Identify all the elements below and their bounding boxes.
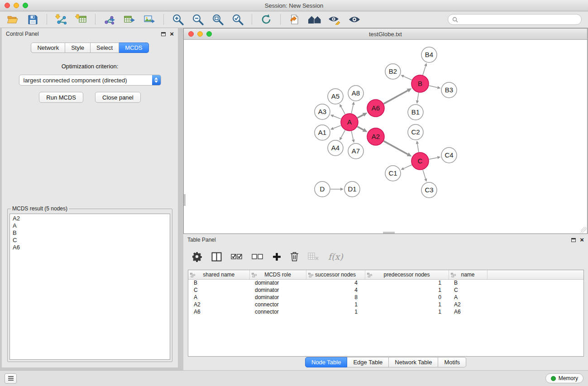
table-cell[interactable]: dominator [249, 286, 306, 294]
search-box[interactable] [448, 14, 582, 25]
table-cell[interactable]: connector [249, 301, 306, 308]
close-window-button[interactable] [5, 3, 10, 8]
float-panel-icon[interactable] [161, 32, 166, 36]
zoom-fit-button[interactable] [210, 13, 226, 27]
table-row[interactable]: Cdominator41C [188, 286, 583, 294]
horizontal-scrollbar[interactable] [383, 232, 395, 234]
table-cell[interactable]: dominator [249, 279, 306, 286]
column-header[interactable]: MCDS role [249, 270, 306, 279]
export-image-button[interactable] [141, 13, 158, 27]
graph-edge-C-C1[interactable] [404, 165, 412, 168]
show-columns-button[interactable] [211, 252, 222, 262]
table-cell[interactable]: 0 [365, 294, 449, 301]
network-canvas[interactable]: AA1A2A3A4A5A6A7A8BB1B2B3B4CC1C2C3C4DD1 [184, 40, 587, 234]
run-mcds-button[interactable]: Run MCDS [39, 92, 83, 103]
search-input[interactable] [460, 16, 577, 23]
table-cell[interactable]: B [188, 279, 249, 286]
table-cell[interactable]: 1 [306, 301, 365, 308]
table-cell[interactable]: 1 [306, 308, 365, 315]
apply-layout-button[interactable] [258, 13, 274, 27]
graph-edge-A2-C[interactable] [384, 141, 408, 154]
mcds-result-list[interactable]: A2ABCA6 [10, 214, 170, 360]
fullscreen-window-button[interactable] [206, 31, 212, 37]
open-session-button[interactable] [5, 13, 21, 27]
tab-select[interactable]: Select [91, 43, 119, 53]
mcds-result-item[interactable]: C [13, 237, 167, 244]
graph-edge-B-B3[interactable] [429, 86, 438, 87]
zoom-out-button[interactable] [190, 13, 206, 27]
optimization-criterion-select[interactable]: largest connected component (directed) [19, 75, 161, 86]
table-cell[interactable]: A2 [449, 301, 487, 308]
column-header[interactable]: successor nodes [306, 270, 365, 279]
table-cell[interactable]: C [449, 286, 487, 294]
tab-mcds[interactable]: MCDS [119, 43, 148, 53]
memory-button[interactable]: Memory [545, 373, 583, 383]
minimize-window-button[interactable] [14, 3, 19, 8]
graph-edge-C-C2[interactable] [417, 144, 419, 152]
resize-grip-icon[interactable] [581, 227, 587, 233]
delete-column-button[interactable] [290, 252, 299, 262]
graph-edge-A-A8[interactable] [351, 105, 353, 113]
table-row[interactable]: A2connector11A2 [188, 301, 583, 308]
table-cell[interactable]: A6 [449, 308, 487, 315]
mcds-result-item[interactable]: A6 [13, 244, 167, 251]
graph-edge-A-A6[interactable] [358, 115, 363, 118]
tab-style[interactable]: Style [65, 43, 91, 53]
tab-node-table[interactable]: Node Table [305, 357, 348, 367]
table-cell[interactable]: 1 [365, 286, 449, 294]
table-row[interactable]: A6connector11A6 [188, 308, 583, 315]
close-mcds-panel-button[interactable]: Close panel [95, 92, 141, 103]
zoom-in-button[interactable] [170, 13, 186, 27]
table-cell[interactable]: B [449, 279, 487, 286]
graph-edge-A6-B[interactable] [384, 91, 408, 104]
graph-edge-C-C3[interactable] [423, 170, 425, 179]
mcds-result-item[interactable]: B [13, 229, 167, 237]
mcds-result-item[interactable]: A [13, 222, 167, 229]
graph-edge-B-B1[interactable] [417, 93, 419, 101]
graph-edge-A-A4[interactable] [341, 130, 345, 138]
table-cell[interactable]: connector [249, 308, 306, 315]
table-cell[interactable]: A2 [188, 301, 249, 308]
table-cell[interactable]: C [188, 286, 249, 294]
open-recent-session-button[interactable] [287, 13, 303, 27]
close-window-button[interactable] [188, 31, 194, 37]
graph-edge-A-A5[interactable] [341, 107, 345, 114]
column-header[interactable]: shared name [188, 270, 249, 279]
zoom-selected-button[interactable] [229, 13, 246, 27]
table-cell[interactable]: 4 [306, 286, 365, 294]
export-network-button[interactable] [101, 13, 118, 27]
graph-edge-A-A2[interactable] [358, 127, 363, 130]
table-cell[interactable]: A [188, 294, 249, 301]
save-session-button[interactable] [24, 13, 41, 27]
show-hide-button[interactable] [346, 13, 363, 27]
vertical-scrollbar[interactable] [184, 194, 186, 206]
add-column-button[interactable] [272, 253, 281, 261]
table-cell[interactable]: dominator [249, 294, 306, 301]
home-button[interactable] [306, 13, 323, 27]
import-table-button[interactable] [73, 13, 89, 27]
network-graph[interactable]: AA1A2A3A4A5A6A7A8BB1B2B3B4CC1C2C3C4DD1 [184, 40, 587, 234]
column-header[interactable]: predecessor nodes [365, 270, 449, 279]
graphics-details-button[interactable] [326, 13, 343, 27]
tab-network[interactable]: Network [31, 43, 65, 53]
column-header[interactable]: name [449, 270, 487, 279]
graph-edge-A-A7[interactable] [351, 131, 353, 140]
export-table-button[interactable] [121, 13, 138, 27]
table-row[interactable]: Adominator80A [188, 294, 583, 301]
tab-motifs[interactable]: Motifs [438, 357, 466, 367]
table-cell[interactable]: 1 [365, 279, 449, 286]
task-history-button[interactable] [5, 373, 17, 384]
graph-edge-A-A3[interactable] [333, 116, 341, 119]
select-all-button[interactable] [231, 253, 243, 260]
table-cell[interactable]: 1 [365, 308, 449, 315]
fullscreen-window-button[interactable] [23, 3, 28, 8]
table-cell[interactable]: 8 [306, 294, 365, 301]
graph-edge-B-B2[interactable] [404, 76, 412, 80]
table-cell[interactable]: 1 [365, 301, 449, 308]
table-settings-button[interactable] [191, 251, 202, 262]
table-cell[interactable]: A [449, 294, 487, 301]
float-panel-icon[interactable] [571, 238, 576, 242]
table-cell[interactable]: 4 [306, 279, 365, 286]
graph-edge-B-B4[interactable] [423, 66, 425, 75]
minimize-window-button[interactable] [197, 31, 203, 37]
